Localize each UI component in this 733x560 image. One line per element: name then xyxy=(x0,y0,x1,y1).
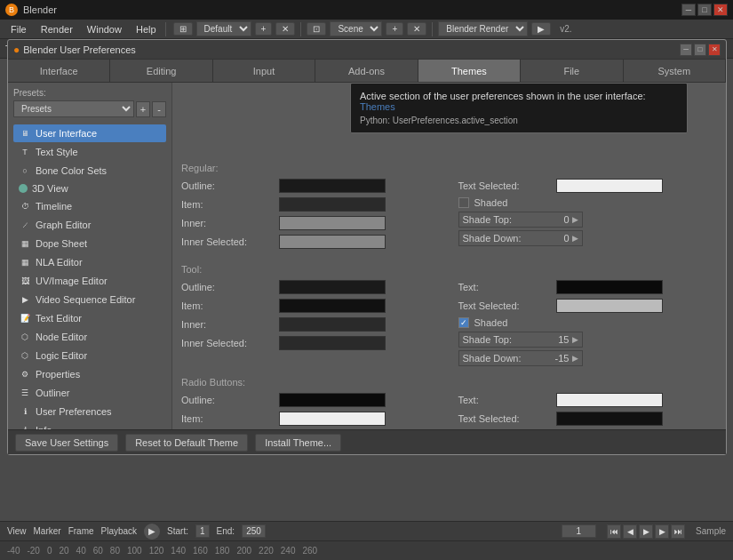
sidebar-item-dope-sheet[interactable]: ▦ Dope Sheet xyxy=(13,235,166,252)
tab-file[interactable]: File xyxy=(521,60,623,82)
tool-outline-swatch[interactable] xyxy=(279,280,386,294)
scene-select[interactable]: Scene xyxy=(330,21,382,36)
radio-item-swatch[interactable] xyxy=(279,412,386,426)
minimize-button[interactable]: ─ xyxy=(681,4,696,16)
skip-end-btn[interactable]: ⏭ xyxy=(671,524,685,539)
sidebar-item-text-editor[interactable]: 📝 Text Editor xyxy=(13,309,166,327)
menu-file[interactable]: File xyxy=(4,22,34,36)
sidebar-item-bone-color-sets[interactable]: ○ Bone Color Sets xyxy=(13,162,166,180)
save-button[interactable]: Save User Settings xyxy=(15,434,118,452)
tool-shaded-checkbox[interactable]: ✓ xyxy=(458,317,469,328)
frame-menu[interactable]: Frame xyxy=(68,526,94,536)
tool-inner-swatch[interactable] xyxy=(279,317,386,332)
scene-plus-btn[interactable]: + xyxy=(386,22,403,36)
main-panel: Active section of the user preferences s… xyxy=(172,83,726,429)
maximize-button[interactable]: □ xyxy=(697,4,712,16)
menu-window[interactable]: Window xyxy=(80,22,129,36)
sidebar-item-uv-image-editor[interactable]: 🖼 UV/Image Editor xyxy=(13,272,166,290)
view-menu[interactable]: View xyxy=(7,526,27,536)
play-btn[interactable]: ▶ xyxy=(144,524,160,540)
tool-section: Tool: Outline: Item: xyxy=(181,264,717,366)
text-editor-label: Text Editor xyxy=(36,313,82,324)
close-button[interactable]: ✕ xyxy=(713,4,728,16)
renderer-select[interactable]: Blender Render xyxy=(438,21,528,36)
tool-inner-selected-label: Inner Selected: xyxy=(181,338,279,348)
tool-shade-down[interactable]: Shade Down: -15 ▶ xyxy=(458,350,583,366)
tool-item-swatch[interactable] xyxy=(279,299,386,313)
radio-text-swatch[interactable] xyxy=(556,393,663,407)
regular-outline-swatch[interactable] xyxy=(279,179,386,193)
playback-menu[interactable]: Playback xyxy=(101,526,138,536)
sidebar-item-video-sequence-editor[interactable]: ▶ Video Sequence Editor xyxy=(13,291,166,308)
sidebar-item-user-interface[interactable]: 🖥 User Interface xyxy=(13,124,166,142)
sidebar-item-user-preferences[interactable]: ℹ User Preferences xyxy=(13,403,166,420)
dialog-minimize[interactable]: ─ xyxy=(680,44,692,56)
regular-shade-top[interactable]: Shade Top: 0 ▶ xyxy=(458,212,583,228)
menu-help[interactable]: Help xyxy=(129,22,163,36)
default-select[interactable]: Default xyxy=(196,21,251,36)
menu-render[interactable]: Render xyxy=(34,22,80,36)
app-icon: B xyxy=(5,4,18,16)
preferences-dialog: ● Blender User Preferences ─ □ ✕ Interfa… xyxy=(7,39,727,455)
reset-button[interactable]: Reset to Default Theme xyxy=(125,434,248,452)
presets-add[interactable]: + xyxy=(136,101,150,117)
regular-section: Regular: Outline: Item: xyxy=(181,163,717,253)
scene-icon[interactable]: ⊡ xyxy=(307,22,326,36)
tab-system[interactable]: System xyxy=(624,60,726,82)
presets-select[interactable]: Presets xyxy=(13,100,134,117)
current-frame[interactable]: 1 xyxy=(562,524,597,538)
tab-themes[interactable]: Themes xyxy=(418,60,521,82)
radio-outline-swatch[interactable] xyxy=(279,393,386,407)
skip-start-btn[interactable]: ⏮ xyxy=(607,524,621,539)
sidebar-item-node-editor[interactable]: ⬡ Node Editor xyxy=(13,328,166,346)
sidebar-item-graph-editor[interactable]: ⟋ Graph Editor xyxy=(13,216,166,234)
regular-text-selected-swatch[interactable] xyxy=(556,179,663,193)
regular-shaded-checkbox[interactable] xyxy=(458,197,469,208)
plus-btn[interactable]: + xyxy=(255,22,273,36)
tool-shade-down-label: Shade Down: xyxy=(463,353,552,364)
start-value[interactable]: 1 xyxy=(195,524,210,538)
next-frame-btn[interactable]: ▶ xyxy=(655,524,669,539)
radio-text-selected-swatch[interactable] xyxy=(556,412,663,426)
tool-text-selected-swatch[interactable] xyxy=(556,299,663,313)
sidebar-item-info[interactable]: ℹ Info xyxy=(13,421,166,429)
scene-cross-btn[interactable]: ✕ xyxy=(407,22,426,36)
sidebar-item-logic-editor[interactable]: ⬡ Logic Editor xyxy=(13,347,166,364)
end-value[interactable]: 250 xyxy=(242,524,266,538)
tab-input[interactable]: Input xyxy=(213,60,315,82)
nla-editor-label: NLA Editor xyxy=(36,257,83,268)
dialog-close[interactable]: ✕ xyxy=(708,44,721,56)
play-reverse-btn[interactable]: ▶ xyxy=(639,524,653,539)
renderer-arrow[interactable]: ▶ xyxy=(531,22,551,36)
tab-interface[interactable]: Interface xyxy=(8,60,110,82)
tab-addons[interactable]: Add-ons xyxy=(315,60,418,82)
dialog-maximize[interactable]: □ xyxy=(694,44,706,56)
prev-frame-btn[interactable]: ◀ xyxy=(623,524,637,539)
sidebar-item-3d-view[interactable]: 3D View xyxy=(13,180,166,196)
sidebar-item-timeline[interactable]: ⏱ Timeline xyxy=(13,197,166,215)
regular-shade-down[interactable]: Shade Down: 0 ▶ xyxy=(458,230,583,246)
tool-shaded-row: ✓ Shaded xyxy=(458,317,718,328)
presets-label: Presets: xyxy=(13,88,166,98)
grid-btn[interactable]: ⊞ xyxy=(173,22,193,36)
regular-inner-selected-swatch[interactable] xyxy=(279,235,386,249)
title-bar: B Blender ─ □ ✕ xyxy=(0,0,733,20)
presets-remove[interactable]: - xyxy=(152,101,166,117)
bone-color-sets-label: Bone Color Sets xyxy=(36,165,107,176)
sidebar-item-outliner[interactable]: ☰ Outliner xyxy=(13,384,166,402)
regular-item-swatch[interactable] xyxy=(279,197,386,212)
tool-text-swatch[interactable] xyxy=(556,280,663,294)
cross-btn[interactable]: ✕ xyxy=(275,22,295,36)
marker-menu[interactable]: Marker xyxy=(34,526,61,536)
sidebar-item-text-style[interactable]: T Text Style xyxy=(13,143,166,161)
sidebar-item-properties[interactable]: ⚙ Properties xyxy=(13,365,166,383)
regular-inner-swatch[interactable] xyxy=(279,216,386,230)
tool-shade-top[interactable]: Shade Top: 15 ▶ xyxy=(458,332,583,348)
tool-right: Text: Text Selected: ✓ Shaded xyxy=(458,280,718,366)
install-button[interactable]: Install Theme... xyxy=(255,434,341,452)
tab-editing[interactable]: Editing xyxy=(110,60,212,82)
sidebar-item-nla-editor[interactable]: ▦ NLA Editor xyxy=(13,253,166,271)
tool-inner-selected-swatch[interactable] xyxy=(279,336,386,350)
regular-outline-row: Outline: xyxy=(181,179,441,193)
regular-text-selected-label: Text Selected: xyxy=(458,180,556,191)
